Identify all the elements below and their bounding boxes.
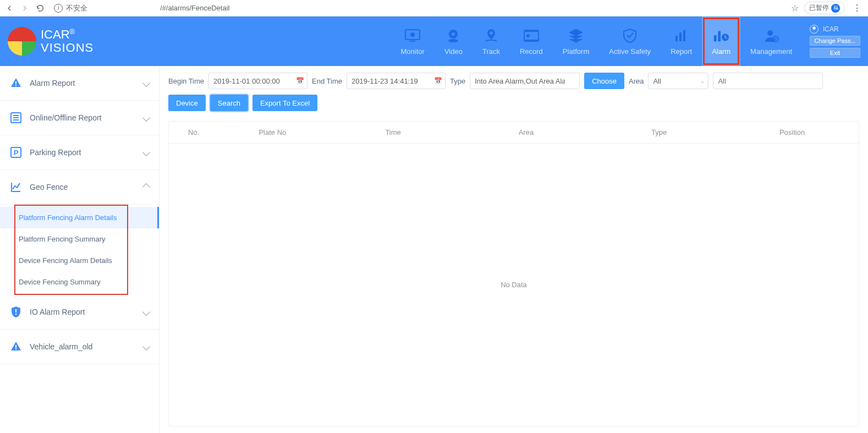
sidebar-item-parking[interactable]: P Parking Report [0,135,159,170]
svg-point-17 [767,30,773,36]
url-bar[interactable]: i 不安全 /#/alarms/FenceDetail [51,3,229,13]
svg-rect-24 [15,309,17,313]
nav-platform[interactable]: Platform [553,17,599,66]
sidebar-item-alarm-report[interactable]: Alarm Report [0,66,159,101]
paused-label: 已暂停 [809,3,829,13]
brand-logo-icon [8,27,36,56]
user-name: ICAR [823,25,839,33]
exit-button[interactable]: Exit [810,48,860,58]
chevron-down-icon [142,343,150,350]
brand-text: ICAR® VISIONS [41,28,94,55]
nav-alarm[interactable]: Alarm [702,17,740,66]
video-icon [445,28,462,44]
begin-time-input[interactable] [208,73,307,89]
nav-active-safety[interactable]: Active Safety [599,17,661,66]
user-row: ICAR [810,25,860,34]
track-icon [483,28,499,44]
list-icon [10,112,22,124]
sub-item-df-summary[interactable]: Device Fencing Summary [0,271,159,293]
svg-text:P: P [14,149,19,157]
table-body-empty: No Data [169,144,859,426]
active-safety-icon [622,28,638,44]
bookmark-icon[interactable]: ☆ [791,3,799,13]
chevron-down-icon [142,114,150,122]
nav-report[interactable]: Report [661,17,702,66]
monitor-icon [404,28,421,44]
nav-monitor[interactable]: Monitor [391,17,435,66]
chevron-up-icon [142,183,150,191]
svg-rect-12 [679,32,682,41]
geo-fence-submenu: Platform Fencing Alarm Details Platform … [0,205,159,295]
svg-point-5 [452,32,455,36]
chevron-down-icon [142,308,150,316]
svg-rect-11 [675,36,678,41]
profile-badge: 福 [831,4,840,13]
area-label: Area [629,77,644,85]
content: Begin Time 📅 End Time 📅 Type Choose Area… [160,66,868,433]
col-type: Type [592,122,726,143]
end-time-input[interactable] [347,73,446,89]
device-button[interactable]: Device [168,95,206,111]
svg-point-8 [526,34,530,37]
brand[interactable]: ICAR® VISIONS [0,17,101,66]
col-area: Area [460,122,593,143]
nav-video[interactable]: Video [435,17,473,66]
svg-rect-26 [15,345,17,348]
change-pass-button[interactable]: Change Pass... [810,36,860,46]
warning-icon [10,341,22,353]
sub-item-pf-summary[interactable]: Platform Fencing Summary [0,228,159,250]
svg-point-4 [448,39,458,42]
management-icon [763,28,779,44]
warning-icon [10,77,22,89]
nav-track[interactable]: Track [473,17,510,66]
record-icon [523,28,540,44]
sidebar-item-vehicle-alarm-old[interactable]: Vehicle_alarm_old [0,330,159,364]
all-input[interactable] [713,73,823,89]
sub-item-pf-alarm-details[interactable]: Platform Fencing Alarm Details [0,207,159,228]
type-input[interactable] [470,73,580,89]
forward-icon[interactable] [20,3,30,13]
calendar-icon: 📅 [434,77,442,85]
back-icon[interactable] [4,3,14,13]
svg-rect-27 [15,348,17,349]
sidebar: Alarm Report Online/Offline Report P Par… [0,66,160,433]
user-panel: ICAR Change Pass... Exit [802,17,868,66]
shield-icon [10,306,22,318]
browser-menu-icon[interactable]: ⋮ [850,3,864,13]
sidebar-item-geo-fence[interactable]: Geo Fence [0,170,159,205]
chart-icon [10,181,22,193]
nav-record[interactable]: Record [510,17,553,66]
col-plate: Plate No [218,122,327,143]
col-time: Time [327,122,460,143]
topnav: ICAR® VISIONS Monitor Video Track Record… [0,17,868,66]
sidebar-item-io-alarm[interactable]: IO Alarm Report [0,295,159,330]
insecure-label: 不安全 [66,3,87,13]
body: Alarm Report Online/Offline Report P Par… [0,66,868,433]
search-button[interactable]: Search [210,95,248,111]
filter-row: Begin Time 📅 End Time 📅 Type Choose Area… [168,73,859,89]
chevron-down-icon: ⌄ [700,77,705,85]
parking-icon: P [10,146,22,158]
begin-time-label: Begin Time [168,77,204,85]
action-row: Device Search Export To Excel [168,95,859,111]
svg-rect-20 [15,85,17,86]
nav-management[interactable]: Management [740,17,802,66]
end-time-label: End Time [312,77,342,85]
col-no: No. [169,122,218,143]
paused-pill[interactable]: 已暂停 福 [804,2,845,14]
browser-bar: i 不安全 /#/alarms/FenceDetail ☆ 已暂停 福 ⋮ [0,0,868,17]
sidebar-item-online-offline[interactable]: Online/Offline Report [0,101,159,135]
table-header: No. Plate No Time Area Type Position [169,122,859,144]
export-button[interactable]: Export To Excel [252,95,317,111]
url-fragment: /#/alarms/FenceDetail [160,4,229,12]
report-icon [673,28,690,44]
svg-rect-25 [15,314,17,315]
col-position: Position [726,122,859,143]
svg-rect-9 [525,31,538,32]
svg-rect-2 [410,41,415,42]
reload-icon[interactable] [35,3,45,13]
platform-icon [568,28,584,44]
choose-button[interactable]: Choose [584,73,624,89]
type-label: Type [450,77,465,85]
sub-item-df-alarm-details[interactable]: Device Fencing Alarm Details [0,250,159,271]
